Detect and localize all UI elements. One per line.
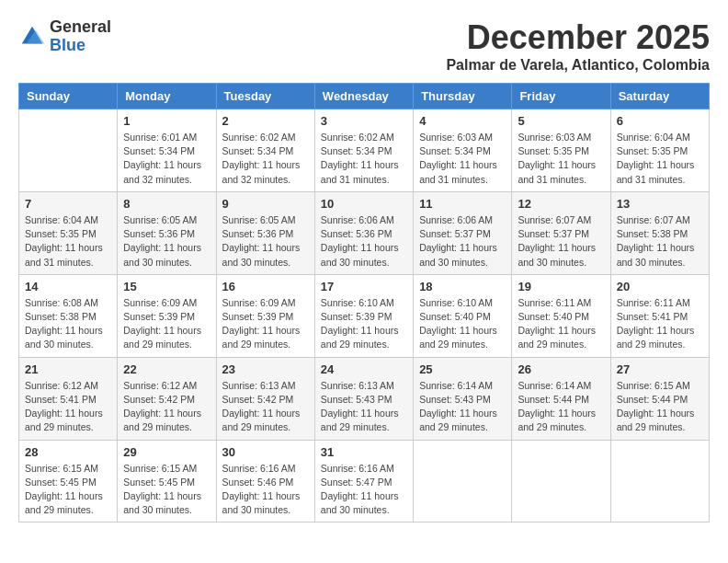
calendar-cell: 15Sunrise: 6:09 AMSunset: 5:39 PMDayligh… [118, 274, 216, 357]
day-info: Sunrise: 6:01 AMSunset: 5:34 PMDaylight:… [123, 131, 210, 187]
day-number: 1 [123, 114, 210, 128]
calendar-cell: 22Sunrise: 6:12 AMSunset: 5:42 PMDayligh… [118, 357, 216, 440]
day-info: Sunrise: 6:03 AMSunset: 5:34 PMDaylight:… [419, 131, 506, 187]
location-subtitle: Palmar de Varela, Atlantico, Colombia [446, 57, 710, 74]
calendar-week-row: 7Sunrise: 6:04 AMSunset: 5:35 PMDaylight… [19, 191, 710, 274]
weekday-header-row: SundayMondayTuesdayWednesdayThursdayFrid… [19, 84, 710, 109]
day-number: 3 [321, 114, 407, 128]
calendar-cell: 19Sunrise: 6:11 AMSunset: 5:40 PMDayligh… [512, 274, 610, 357]
logo-icon [18, 23, 46, 51]
day-info: Sunrise: 6:11 AMSunset: 5:41 PMDaylight:… [617, 296, 703, 352]
calendar-cell [19, 109, 118, 192]
day-info: Sunrise: 6:06 AMSunset: 5:37 PMDaylight:… [419, 213, 506, 270]
day-number: 28 [25, 445, 111, 459]
logo-text: General Blue [50, 18, 111, 55]
calendar-cell: 14Sunrise: 6:08 AMSunset: 5:38 PMDayligh… [19, 274, 118, 357]
calendar: SundayMondayTuesdayWednesdayThursdayFrid… [18, 83, 710, 523]
day-number: 20 [617, 280, 703, 293]
day-number: 29 [123, 445, 210, 459]
logo-blue: Blue [50, 37, 111, 55]
day-number: 2 [222, 114, 309, 128]
day-info: Sunrise: 6:07 AMSunset: 5:38 PMDaylight:… [617, 213, 703, 270]
calendar-cell: 17Sunrise: 6:10 AMSunset: 5:39 PMDayligh… [314, 274, 413, 357]
day-number: 6 [617, 114, 703, 128]
day-number: 5 [518, 114, 604, 128]
calendar-cell: 18Sunrise: 6:10 AMSunset: 5:40 PMDayligh… [414, 274, 512, 357]
weekday-header: Saturday [610, 84, 709, 109]
weekday-header: Friday [512, 84, 610, 109]
day-number: 10 [321, 197, 407, 211]
day-number: 22 [123, 362, 210, 376]
calendar-cell [414, 440, 512, 523]
day-number: 24 [321, 362, 407, 376]
day-info: Sunrise: 6:10 AMSunset: 5:40 PMDaylight:… [419, 296, 506, 352]
day-info: Sunrise: 6:15 AMSunset: 5:45 PMDaylight:… [25, 462, 111, 518]
weekday-header: Sunday [19, 84, 118, 109]
calendar-cell: 10Sunrise: 6:06 AMSunset: 5:36 PMDayligh… [314, 191, 413, 274]
day-info: Sunrise: 6:13 AMSunset: 5:43 PMDaylight:… [321, 379, 407, 435]
day-info: Sunrise: 6:02 AMSunset: 5:34 PMDaylight:… [321, 131, 407, 187]
day-info: Sunrise: 6:07 AMSunset: 5:37 PMDaylight:… [518, 213, 604, 270]
day-number: 14 [25, 280, 111, 293]
calendar-cell: 27Sunrise: 6:15 AMSunset: 5:44 PMDayligh… [610, 357, 709, 440]
day-info: Sunrise: 6:12 AMSunset: 5:41 PMDaylight:… [25, 379, 111, 435]
calendar-week-row: 14Sunrise: 6:08 AMSunset: 5:38 PMDayligh… [19, 274, 710, 357]
calendar-cell: 20Sunrise: 6:11 AMSunset: 5:41 PMDayligh… [610, 274, 709, 357]
calendar-week-row: 21Sunrise: 6:12 AMSunset: 5:41 PMDayligh… [19, 357, 710, 440]
day-number: 17 [321, 280, 407, 293]
day-number: 30 [222, 445, 309, 459]
day-number: 15 [123, 280, 210, 293]
day-number: 13 [617, 197, 703, 211]
calendar-cell: 6Sunrise: 6:04 AMSunset: 5:35 PMDaylight… [610, 109, 709, 192]
logo-general: General [50, 18, 111, 37]
day-number: 27 [617, 362, 703, 376]
day-info: Sunrise: 6:13 AMSunset: 5:42 PMDaylight:… [222, 379, 309, 435]
day-number: 26 [518, 362, 604, 376]
calendar-cell: 1Sunrise: 6:01 AMSunset: 5:34 PMDaylight… [118, 109, 216, 192]
day-info: Sunrise: 6:16 AMSunset: 5:47 PMDaylight:… [321, 462, 407, 518]
day-number: 23 [222, 362, 309, 376]
calendar-cell: 29Sunrise: 6:15 AMSunset: 5:45 PMDayligh… [118, 440, 216, 523]
calendar-cell: 28Sunrise: 6:15 AMSunset: 5:45 PMDayligh… [19, 440, 118, 523]
day-info: Sunrise: 6:16 AMSunset: 5:46 PMDaylight:… [222, 462, 309, 518]
title-area: December 2025 Palmar de Varela, Atlantic… [446, 18, 710, 74]
calendar-cell: 12Sunrise: 6:07 AMSunset: 5:37 PMDayligh… [512, 191, 610, 274]
day-number: 25 [419, 362, 506, 376]
calendar-cell [610, 440, 709, 523]
day-number: 21 [25, 362, 111, 376]
day-info: Sunrise: 6:06 AMSunset: 5:36 PMDaylight:… [321, 213, 407, 270]
calendar-cell: 24Sunrise: 6:13 AMSunset: 5:43 PMDayligh… [314, 357, 413, 440]
day-info: Sunrise: 6:12 AMSunset: 5:42 PMDaylight:… [123, 379, 210, 435]
day-info: Sunrise: 6:04 AMSunset: 5:35 PMDaylight:… [617, 131, 703, 187]
day-info: Sunrise: 6:02 AMSunset: 5:34 PMDaylight:… [222, 131, 309, 187]
day-number: 7 [25, 197, 111, 211]
calendar-cell: 30Sunrise: 6:16 AMSunset: 5:46 PMDayligh… [216, 440, 314, 523]
weekday-header: Monday [118, 84, 216, 109]
day-info: Sunrise: 6:14 AMSunset: 5:43 PMDaylight:… [419, 379, 506, 435]
day-number: 19 [518, 280, 604, 293]
day-info: Sunrise: 6:09 AMSunset: 5:39 PMDaylight:… [222, 296, 309, 352]
calendar-cell: 4Sunrise: 6:03 AMSunset: 5:34 PMDaylight… [414, 109, 512, 192]
day-info: Sunrise: 6:05 AMSunset: 5:36 PMDaylight:… [123, 213, 210, 270]
day-info: Sunrise: 6:03 AMSunset: 5:35 PMDaylight:… [518, 131, 604, 187]
day-info: Sunrise: 6:04 AMSunset: 5:35 PMDaylight:… [25, 213, 111, 270]
calendar-week-row: 28Sunrise: 6:15 AMSunset: 5:45 PMDayligh… [19, 440, 710, 523]
calendar-cell: 21Sunrise: 6:12 AMSunset: 5:41 PMDayligh… [19, 357, 118, 440]
calendar-cell: 2Sunrise: 6:02 AMSunset: 5:34 PMDaylight… [216, 109, 314, 192]
calendar-cell: 23Sunrise: 6:13 AMSunset: 5:42 PMDayligh… [216, 357, 314, 440]
month-title: December 2025 [446, 18, 710, 57]
calendar-cell: 8Sunrise: 6:05 AMSunset: 5:36 PMDaylight… [118, 191, 216, 274]
header: General Blue December 2025 Palmar de Var… [18, 18, 710, 74]
day-info: Sunrise: 6:15 AMSunset: 5:45 PMDaylight:… [123, 462, 210, 518]
day-number: 18 [419, 280, 506, 293]
day-number: 11 [419, 197, 506, 211]
calendar-cell: 9Sunrise: 6:05 AMSunset: 5:36 PMDaylight… [216, 191, 314, 274]
day-number: 4 [419, 114, 506, 128]
day-info: Sunrise: 6:15 AMSunset: 5:44 PMDaylight:… [617, 379, 703, 435]
day-info: Sunrise: 6:08 AMSunset: 5:38 PMDaylight:… [25, 296, 111, 352]
day-info: Sunrise: 6:14 AMSunset: 5:44 PMDaylight:… [518, 379, 604, 435]
calendar-cell: 25Sunrise: 6:14 AMSunset: 5:43 PMDayligh… [414, 357, 512, 440]
day-info: Sunrise: 6:09 AMSunset: 5:39 PMDaylight:… [123, 296, 210, 352]
day-info: Sunrise: 6:11 AMSunset: 5:40 PMDaylight:… [518, 296, 604, 352]
day-info: Sunrise: 6:10 AMSunset: 5:39 PMDaylight:… [321, 296, 407, 352]
